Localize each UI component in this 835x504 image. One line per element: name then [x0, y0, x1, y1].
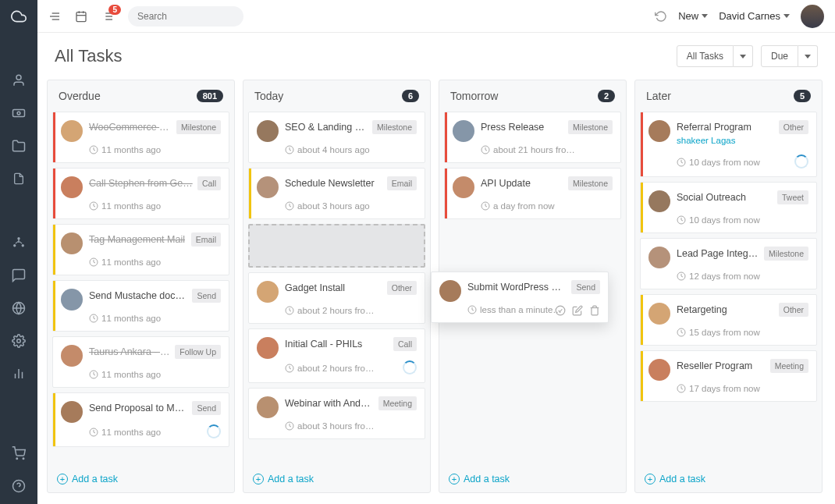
- sort-button[interactable]: Due: [761, 45, 798, 67]
- list-icon[interactable]: 5: [101, 10, 114, 23]
- card-title: Tag Management Mail: [89, 232, 187, 245]
- column: Later5Referral ProgramOthershakeer Lagas…: [634, 80, 823, 493]
- user-menu[interactable]: David Carnes: [719, 10, 790, 22]
- task-card[interactable]: Send Proposal to Mo…Send11 months ago: [52, 392, 229, 447]
- task-card[interactable]: SEO & Landing pageMilestoneabout 4 hours…: [248, 112, 425, 163]
- card-tag: Other: [779, 120, 808, 134]
- stripe: [445, 169, 447, 218]
- column-count: 5: [794, 90, 811, 102]
- card-title: WooCommerce Blog: [89, 120, 172, 133]
- file-icon[interactable]: [10, 170, 27, 187]
- card-title: Retargeting: [677, 303, 774, 315]
- task-card[interactable]: API UpdateMilestonea day from now: [444, 168, 621, 219]
- check-circle-icon[interactable]: [555, 305, 566, 316]
- spinner-icon: [794, 154, 808, 169]
- stripe: [53, 225, 55, 275]
- card-tag: Other: [779, 303, 808, 317]
- stripe: [249, 273, 251, 323]
- card-meta: about 21 hours fro…: [481, 145, 613, 154]
- column-header: Today6: [243, 80, 430, 112]
- column-header: Overdue801: [48, 80, 234, 112]
- sort-caret[interactable]: [798, 45, 818, 67]
- task-card[interactable]: RetargetingOther15 days from now: [640, 294, 817, 346]
- money-icon[interactable]: [10, 105, 27, 122]
- new-button[interactable]: New: [678, 10, 708, 22]
- task-card[interactable]: WooCommerce BlogMilestone11 months ago: [52, 112, 229, 163]
- task-card[interactable]: Reseller ProgramMeeting17 days from now: [640, 350, 817, 402]
- user-avatar[interactable]: [801, 5, 824, 28]
- chart-icon[interactable]: [10, 365, 27, 382]
- filter-caret[interactable]: [734, 45, 753, 67]
- task-card[interactable]: Press ReleaseMilestoneabout 21 hours fro…: [444, 112, 621, 163]
- trash-icon[interactable]: [589, 305, 600, 316]
- folder-icon[interactable]: [10, 137, 27, 154]
- add-task-button[interactable]: +Add a task: [635, 466, 822, 492]
- card-list[interactable]: WooCommerce BlogMilestone11 months agoCa…: [48, 112, 234, 466]
- task-card[interactable]: Send Mustache docu…Send11 months ago: [52, 280, 229, 332]
- task-card[interactable]: Call Stephen from Ge…Call11 months ago: [52, 168, 229, 219]
- add-task-button[interactable]: +Add a task: [439, 466, 626, 492]
- svg-point-13: [23, 458, 24, 460]
- card-avatar: [61, 232, 83, 254]
- help-icon[interactable]: [10, 477, 27, 495]
- task-card[interactable]: Gadget InstallOtherabout 2 hours fro…: [248, 272, 425, 324]
- search-input[interactable]: [137, 11, 254, 22]
- card-tag: Milestone: [764, 247, 808, 261]
- card-title: Webinar with Andrea: [285, 396, 374, 409]
- indent-icon[interactable]: [48, 10, 61, 23]
- card-title: Reseller Program: [677, 359, 766, 371]
- task-card[interactable]: Schedule NewsletterEmailabout 3 hours ag…: [248, 168, 425, 219]
- column: Today6SEO & Landing pageMilestoneabout 4…: [243, 80, 431, 493]
- card-tag: Milestone: [568, 120, 613, 134]
- task-card[interactable]: Webinar with AndreaMeetingabout 3 hours …: [248, 388, 425, 439]
- filter-button[interactable]: All Tasks: [677, 45, 734, 67]
- cart-icon[interactable]: [10, 445, 27, 462]
- card-meta: 15 days from now: [677, 328, 808, 337]
- task-card[interactable]: Social OutreachTweet10 days from now: [640, 182, 817, 233]
- task-card[interactable]: Taurus Ankara - Foll…Follow Up11 months …: [52, 336, 229, 388]
- plus-circle-icon: +: [645, 474, 656, 484]
- card-tag: Meeting: [378, 396, 417, 410]
- task-card[interactable]: Lead Page IntegrationMilestone12 days fr…: [640, 238, 817, 289]
- card-list[interactable]: Referral ProgramOthershakeer Lagas10 day…: [635, 112, 822, 466]
- calendar-icon[interactable]: [75, 10, 87, 23]
- clock-icon: [467, 305, 477, 314]
- add-task-button[interactable]: +Add a task: [48, 466, 234, 492]
- edit-icon[interactable]: [572, 305, 583, 316]
- stripe: [53, 281, 55, 331]
- card-title: Lead Page Integration: [677, 247, 759, 259]
- task-card[interactable]: Tag Management MailEmail11 months ago: [52, 224, 229, 275]
- person-icon[interactable]: [10, 72, 27, 89]
- column-header: Later5: [635, 80, 822, 112]
- card-meta: about 2 hours fro…: [285, 362, 417, 374]
- card-meta: a day from now: [481, 201, 613, 211]
- card-tag: Email: [191, 232, 221, 247]
- task-card[interactable]: Referral ProgramOthershakeer Lagas10 day…: [640, 112, 817, 177]
- history-icon[interactable]: [655, 10, 667, 23]
- dragged-card[interactable]: Submit WordPress Pl… Send less than a mi…: [431, 272, 609, 323]
- drop-zone[interactable]: [248, 224, 425, 268]
- card-title: Press Release: [481, 120, 563, 133]
- card-avatar: [61, 345, 83, 367]
- svg-point-2: [17, 112, 20, 115]
- caret-down-icon: [702, 14, 708, 18]
- org-icon[interactable]: [10, 234, 27, 251]
- plus-circle-icon: +: [449, 474, 460, 484]
- chat-icon[interactable]: [10, 267, 27, 284]
- card-avatar: [648, 247, 670, 268]
- card-title: Call Stephen from Ge…: [89, 176, 193, 189]
- task-card[interactable]: Initial Call - PHILsCallabout 2 hours fr…: [248, 328, 425, 383]
- gears-icon[interactable]: [10, 332, 27, 350]
- caret-down-icon: [783, 14, 790, 18]
- globe-icon[interactable]: [10, 300, 27, 317]
- stripe: [249, 169, 251, 218]
- card-list[interactable]: SEO & Landing pageMilestoneabout 4 hours…: [243, 112, 430, 466]
- card-tag: Send: [571, 280, 600, 294]
- cloud-icon[interactable]: [10, 8, 27, 25]
- search-box[interactable]: [128, 6, 243, 27]
- card-meta: about 4 hours ago: [285, 145, 417, 154]
- filter-group: All Tasks: [677, 45, 753, 67]
- card-meta: 11 months ago: [89, 201, 221, 211]
- svg-point-5: [22, 244, 24, 247]
- add-task-button[interactable]: +Add a task: [243, 466, 430, 492]
